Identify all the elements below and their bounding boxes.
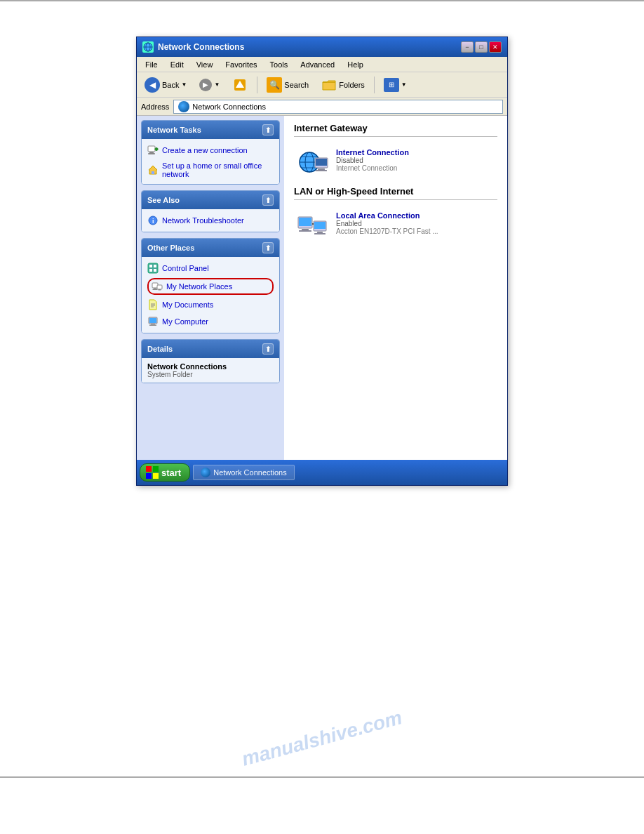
top-divider <box>0 0 644 1</box>
control-panel-icon <box>147 263 159 274</box>
see-also-title: See Also <box>147 196 180 204</box>
svg-rect-37 <box>316 159 327 166</box>
views-icon: ⊞ <box>384 78 399 92</box>
details-section: Details ⬆ Network Connections System Fol… <box>141 339 280 383</box>
svg-rect-15 <box>149 265 152 267</box>
svg-rect-18 <box>154 269 156 272</box>
views-dropdown: ▼ <box>401 81 407 88</box>
start-logo <box>146 466 159 479</box>
window: Network Connections − □ ✕ File Edit View… <box>136 37 508 486</box>
see-also-section: See Also ⬆ i Network Troubleshooter <box>141 190 280 232</box>
other-places-body: Control Panel My Network Places <box>142 257 279 333</box>
local-area-connection-item[interactable]: Local Area Connection Enabled Accton EN1… <box>294 207 497 244</box>
address-value: Network Connections <box>192 102 266 111</box>
svg-rect-20 <box>154 288 156 289</box>
menu-edit[interactable]: Edit <box>165 59 189 70</box>
svg-rect-5 <box>148 146 155 152</box>
other-places-collapse[interactable]: ⬆ <box>262 242 274 253</box>
up-button[interactable] <box>227 74 253 95</box>
menu-favorites[interactable]: Favorites <box>220 59 262 70</box>
search-icon: 🔍 <box>267 77 282 93</box>
other-places-section: Other Places ⬆ Control P <box>141 238 280 333</box>
svg-text:i: i <box>152 218 154 225</box>
address-bar: Address Network Connections <box>137 98 507 116</box>
local-area-connection-desc: Accton EN1207D-TX PCI Fast ... <box>336 227 495 235</box>
svg-rect-22 <box>157 285 162 289</box>
svg-rect-51 <box>146 473 152 479</box>
menu-help[interactable]: Help <box>342 59 369 70</box>
start-button[interactable]: start <box>140 463 190 482</box>
my-computer-link[interactable]: My Computer <box>147 315 274 329</box>
svg-rect-29 <box>151 324 155 325</box>
network-tasks-collapse[interactable]: ⬆ <box>262 124 274 135</box>
see-also-collapse[interactable]: ⬆ <box>262 194 274 206</box>
network-tasks-section: Network Tasks ⬆ Create a <box>141 120 280 185</box>
local-area-connection-name: Local Area Connection <box>336 211 495 220</box>
back-button[interactable]: ◀ Back ▼ <box>140 74 192 95</box>
create-connection-link[interactable]: Create a new connection <box>147 143 274 157</box>
my-documents-label: My Documents <box>162 300 213 309</box>
menu-view[interactable]: View <box>191 59 219 70</box>
minimize-button[interactable]: − <box>461 41 474 53</box>
back-label: Back <box>162 81 179 89</box>
start-label: start <box>161 468 181 478</box>
search-button[interactable]: 🔍 Search <box>262 74 314 95</box>
menu-tools[interactable]: Tools <box>264 59 294 70</box>
menu-file[interactable]: File <box>140 59 163 70</box>
internet-connection-item[interactable]: Internet Connection Disabled Internet Co… <box>294 144 497 180</box>
bottom-divider <box>0 776 644 778</box>
menu-advanced[interactable]: Advanced <box>295 59 340 70</box>
other-places-title: Other Places <box>147 244 194 252</box>
close-button[interactable]: ✕ <box>489 41 502 53</box>
forward-dropdown-icon: ▼ <box>214 81 220 88</box>
details-collapse[interactable]: ⬆ <box>262 343 274 355</box>
my-documents-link[interactable]: My Documents <box>147 298 274 312</box>
svg-rect-52 <box>153 473 159 479</box>
my-network-places-icon <box>152 281 163 292</box>
my-computer-icon <box>147 316 159 327</box>
troubleshooter-link[interactable]: i Network Troubleshooter <box>147 213 274 227</box>
toolbar-separator-1 <box>257 77 257 93</box>
svg-rect-41 <box>299 218 311 226</box>
svg-rect-45 <box>314 222 326 229</box>
internet-connection-desc: Internet Connection <box>336 164 495 172</box>
control-panel-label: Control Panel <box>162 264 209 272</box>
control-panel-link[interactable]: Control Panel <box>147 261 274 275</box>
svg-rect-6 <box>149 152 154 153</box>
network-tasks-body: Create a new connection Set up a home or… <box>142 139 279 184</box>
svg-rect-38 <box>318 168 325 170</box>
local-area-connection-status: Enabled <box>336 220 495 227</box>
svg-rect-49 <box>146 466 152 472</box>
see-also-header: See Also ⬆ <box>142 191 279 209</box>
network-tasks-title: Network Tasks <box>147 126 201 134</box>
setup-home-link[interactable]: Set up a home or small office network <box>147 160 274 180</box>
svg-rect-11 <box>152 171 154 174</box>
forward-button[interactable]: ▶ ▼ <box>194 76 224 94</box>
address-field[interactable]: Network Connections <box>173 100 503 114</box>
setup-home-icon <box>147 164 159 176</box>
details-body: Network Connections System Folder <box>142 358 279 383</box>
svg-rect-7 <box>148 153 155 154</box>
up-icon <box>232 77 248 93</box>
network-tasks-header: Network Tasks ⬆ <box>142 121 279 139</box>
main-area: Network Tasks ⬆ Create a <box>137 116 507 460</box>
window-icon <box>142 41 154 53</box>
internet-gateway-section: Internet Gateway <box>294 123 497 180</box>
folders-button[interactable]: Folders <box>316 75 370 95</box>
see-also-body: i Network Troubleshooter <box>142 209 279 232</box>
my-network-places-label: My Network Places <box>166 282 232 291</box>
svg-rect-28 <box>149 318 156 323</box>
taskbar-network-connections[interactable]: Network Connections <box>193 465 295 480</box>
details-subtitle: System Folder <box>147 371 274 378</box>
menu-bar: File Edit View Favorites Tools Advanced … <box>137 57 507 72</box>
sidebar: Network Tasks ⬆ Create a <box>137 116 284 460</box>
views-button[interactable]: ⊞ ▼ <box>379 75 412 95</box>
my-network-places-link[interactable]: My Network Places <box>147 278 274 295</box>
folders-label: Folders <box>339 81 365 89</box>
internet-gateway-header: Internet Gateway <box>294 123 497 137</box>
maximize-button[interactable]: □ <box>475 41 488 53</box>
window-title: Network Connections <box>158 42 457 52</box>
internet-connection-icon <box>297 148 329 176</box>
taskbar-item-icon <box>201 468 210 477</box>
other-places-header: Other Places ⬆ <box>142 239 279 257</box>
